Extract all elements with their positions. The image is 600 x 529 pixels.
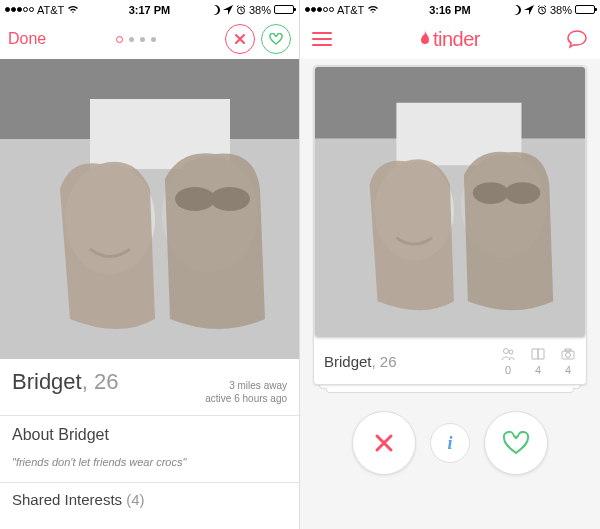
card-stack: Bridget, 26 0 4 4 [313,65,587,385]
distance-text: 3 miles away [205,379,287,392]
about-heading: About Bridget [0,416,299,454]
card-footer: Bridget, 26 0 4 4 [314,338,586,384]
location-arrow-icon [524,5,534,15]
photos-stat: 4 [560,346,576,376]
page-dot [140,37,145,42]
distance-info: 3 miles away active 6 hours ago [205,379,287,405]
page-dot-current [116,36,123,43]
done-button[interactable]: Done [8,30,46,48]
heart-icon [502,431,530,455]
svg-rect-20 [565,349,571,351]
svg-point-16 [504,349,509,354]
carrier-label: AT&T [337,4,364,16]
battery-icon [575,5,595,14]
carrier-label: AT&T [37,4,64,16]
dnd-moon-icon [210,5,220,15]
flame-icon [418,30,432,48]
signal-dots-icon [5,7,34,12]
age-text: , 26 [82,369,119,394]
interests-count: 4 [535,364,541,376]
status-bar: AT&T 3:17 PM 38% [0,0,299,19]
status-time: 3:17 PM [129,4,171,16]
swipe-screen: AT&T 3:16 PM 38% tinder [300,0,600,529]
photo-placeholder-icon [0,59,300,359]
nope-button[interactable] [352,411,416,475]
status-bar: AT&T 3:16 PM 38% [300,0,600,19]
shared-count: (4) [126,491,144,508]
alarm-icon [236,5,246,15]
menu-button[interactable] [312,32,332,46]
deck-area: Bridget, 26 0 4 4 [300,59,600,529]
like-button[interactable] [484,411,548,475]
profile-photo[interactable] [0,59,300,359]
like-button[interactable] [261,24,291,54]
name-text: Bridget [12,369,82,394]
camera-icon [560,346,576,362]
card-age-text: , 26 [372,353,397,370]
wifi-icon [67,5,79,14]
interests-stat: 4 [530,346,546,376]
card-name-text: Bridget [324,353,372,370]
x-icon [234,33,246,45]
dnd-moon-icon [511,5,521,15]
x-icon [372,431,396,455]
photos-count: 4 [565,364,571,376]
active-text: active 6 hours ago [205,392,287,405]
book-icon [530,346,546,362]
page-dot [151,37,156,42]
friends-icon [500,346,516,362]
card-name: Bridget, 26 [324,353,486,370]
svg-point-19 [566,353,571,358]
page-dot [129,37,134,42]
location-arrow-icon [223,5,233,15]
info-icon: i [447,433,452,454]
profile-detail-screen: AT&T 3:17 PM 38% Done [0,0,300,529]
battery-percent: 38% [550,4,572,16]
photo-placeholder-icon [315,67,585,337]
svg-point-17 [509,350,513,354]
battery-icon [274,5,294,14]
nope-button[interactable] [225,24,255,54]
profile-header: Done [0,19,299,59]
profile-name: Bridget, 26 [12,369,118,395]
shared-label: Shared Interests [12,491,122,508]
heart-icon [269,33,283,45]
signal-dots-icon [305,7,334,12]
name-row: Bridget, 26 3 miles away active 6 hours … [0,359,299,416]
main-header: tinder [300,19,600,59]
info-button[interactable]: i [430,423,470,463]
chat-button[interactable] [566,29,588,49]
battery-percent: 38% [249,4,271,16]
wifi-icon [367,5,379,14]
friends-stat: 0 [500,346,516,376]
bio-text: "friends don't let friends wear crocs" [0,454,299,482]
friends-count: 0 [505,364,511,376]
action-buttons: i [352,411,548,475]
photo-pager [116,36,156,43]
status-time: 3:16 PM [429,4,471,16]
alarm-icon [537,5,547,15]
logo-text: tinder [433,28,480,51]
tinder-logo: tinder [418,28,480,51]
profile-card[interactable]: Bridget, 26 0 4 4 [313,65,587,385]
shared-interests-heading: Shared Interests (4) [0,482,299,516]
card-photo [314,66,586,338]
